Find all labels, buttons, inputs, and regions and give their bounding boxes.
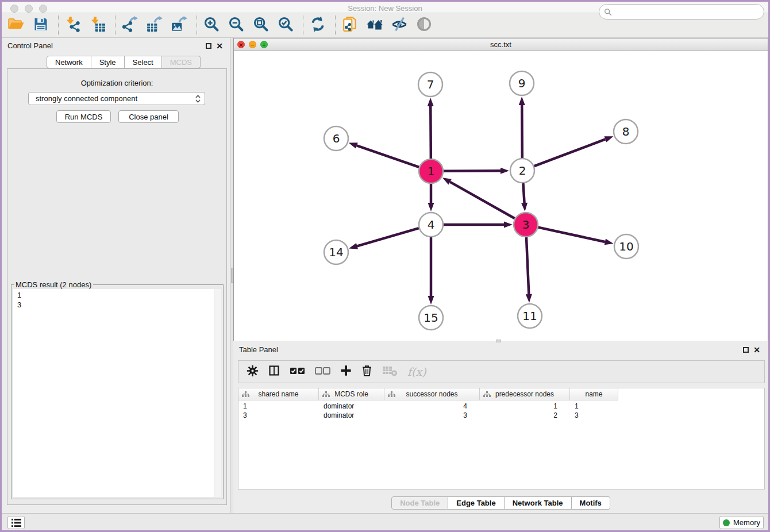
hide-selected-icon: [391, 16, 407, 34]
graph-edge-4-14[interactable]: [357, 228, 418, 246]
tab-motifs[interactable]: Motifs: [572, 496, 610, 510]
zoom-fit-button[interactable]: [251, 16, 271, 35]
cell-name: 3: [570, 411, 618, 420]
result-scrollbar[interactable]: [214, 289, 221, 497]
control-panel-tabs: NetworkStyleSelectMCDS: [47, 56, 201, 68]
cell-MCDS-role: dominator: [319, 402, 384, 411]
toolbar-separator: [335, 16, 336, 35]
selected-option-label: strongly connected component: [36, 94, 137, 103]
graph-edge-2-9[interactable]: [522, 105, 522, 158]
mcds-result-text-area[interactable]: 1 3: [13, 289, 221, 497]
delete-column-button[interactable]: [361, 364, 372, 379]
tree-hierarchy-icon: [388, 391, 395, 399]
refresh-layout-button[interactable]: [308, 16, 328, 35]
graph-node-label-4: 4: [428, 218, 435, 232]
select-all-columns-button[interactable]: [290, 366, 305, 378]
add-column-icon: [340, 365, 352, 379]
search-box[interactable]: [599, 4, 764, 20]
search-input[interactable]: [612, 6, 764, 18]
tree-hierarchy-icon: [483, 391, 491, 399]
close-panel-button[interactable]: Close panel: [118, 110, 179, 123]
open-file-button[interactable]: [6, 16, 26, 35]
open-file-icon: [8, 16, 24, 34]
table-row[interactable]: 3dominator323: [238, 411, 764, 420]
tree-hierarchy-icon: [242, 391, 249, 399]
toolbar-separator: [115, 16, 116, 35]
zoom-selected-button[interactable]: [276, 16, 295, 35]
table-panel-title: Table Panel: [239, 345, 278, 354]
optimization-criterion-select[interactable]: strongly connected component: [28, 92, 205, 105]
network-canvas[interactable]: 7968124314101511: [234, 51, 768, 341]
first-neighbors-button[interactable]: [365, 16, 384, 35]
column-header-predecessor-nodes[interactable]: predecessor nodes: [480, 388, 570, 400]
column-header-successor-nodes[interactable]: successor nodes: [384, 388, 480, 400]
control-panel-close-icon[interactable]: ✕: [216, 43, 223, 49]
control-panel: Control Panel ✕ NetworkStyleSelectMCDS O…: [2, 38, 230, 513]
graph-edge-2-8[interactable]: [534, 139, 606, 166]
table-panel-float-button[interactable]: [743, 347, 749, 353]
tab-select[interactable]: Select: [125, 56, 162, 68]
graph-edge-arrowhead: [428, 296, 434, 304]
export-network-button[interactable]: [120, 16, 140, 35]
table-settings-button[interactable]: [247, 365, 259, 379]
deselect-all-columns-button[interactable]: [315, 366, 330, 378]
graph-edge-1-6[interactable]: [357, 145, 419, 167]
duplicate-network-button[interactable]: [340, 16, 360, 35]
control-panel-float-button[interactable]: [206, 43, 211, 49]
delete-table-button: [382, 365, 398, 379]
toolbar-separator: [58, 16, 59, 35]
cell-shared-name: 3: [238, 411, 319, 420]
column-header-label: shared name: [258, 390, 298, 398]
graph-node-label-11: 11: [522, 309, 537, 323]
hide-selected-button[interactable]: [390, 16, 409, 35]
column-header-MCDS-role[interactable]: MCDS role: [319, 388, 384, 400]
cell-MCDS-role: dominator: [319, 411, 384, 420]
export-table-button[interactable]: [145, 16, 164, 35]
show-all-disabled-button[interactable]: [414, 16, 434, 35]
graph-edge-3-1[interactable]: [450, 182, 515, 219]
cell-successor-nodes: 4: [384, 402, 480, 411]
memory-status-icon: [723, 519, 730, 526]
network-window-titlebar[interactable]: ✕ − + scc.txt: [234, 38, 768, 51]
tab-mcds[interactable]: MCDS: [162, 56, 201, 68]
app-window: Session: New Session Control Panel ✕ Net…: [0, 0, 770, 532]
select-chevrons-icon: [195, 94, 201, 103]
tab-node-table[interactable]: Node Table: [391, 496, 448, 510]
column-header-shared-name[interactable]: shared name: [238, 388, 319, 400]
graph-edge-3-10[interactable]: [538, 228, 605, 242]
tab-network-table[interactable]: Network Table: [505, 496, 572, 510]
graph-edge-arrowhead: [519, 97, 525, 105]
tab-network[interactable]: Network: [47, 56, 91, 68]
save-session-icon: [33, 16, 49, 34]
graph-edge-arrowhead: [605, 136, 614, 142]
zoom-out-button[interactable]: [226, 16, 246, 35]
optimization-criterion-label: Optimization criterion:: [7, 79, 226, 87]
zoom-in-button[interactable]: [202, 16, 221, 35]
column-header-name[interactable]: name: [570, 388, 618, 400]
graph-edge-1-7[interactable]: [430, 106, 431, 159]
tab-edge-table[interactable]: Edge Table: [448, 496, 504, 510]
add-column-button[interactable]: [340, 365, 352, 379]
table-row[interactable]: 1dominator411: [238, 402, 764, 411]
import-network-button[interactable]: [63, 16, 83, 35]
graph-node-label-10: 10: [619, 240, 633, 253]
graph-edge-arrowhead: [349, 142, 358, 148]
task-history-button[interactable]: [7, 516, 25, 529]
graph-edge-1-2[interactable]: [444, 171, 500, 171]
run-mcds-button[interactable]: Run MCDS: [56, 110, 111, 123]
memory-button[interactable]: Memory: [719, 516, 764, 529]
export-image-button[interactable]: [170, 16, 189, 35]
toolbar-separator: [197, 16, 197, 35]
graph-edge-2-3[interactable]: [523, 183, 524, 203]
horizontal-splitter-grip[interactable]: [496, 340, 501, 342]
import-table-button[interactable]: [88, 16, 107, 35]
save-session-button[interactable]: [31, 16, 51, 35]
first-neighbors-icon: [367, 16, 383, 34]
graph-edge-arrowhead: [521, 203, 528, 211]
table-panel-close-icon[interactable]: ✕: [753, 346, 760, 353]
show-columns-button[interactable]: [268, 365, 280, 379]
tab-style[interactable]: Style: [91, 56, 125, 68]
graph-edge-arrowhead: [605, 239, 614, 245]
cell-predecessor-nodes: 1: [480, 402, 570, 411]
graph-edge-3-11[interactable]: [526, 237, 529, 294]
